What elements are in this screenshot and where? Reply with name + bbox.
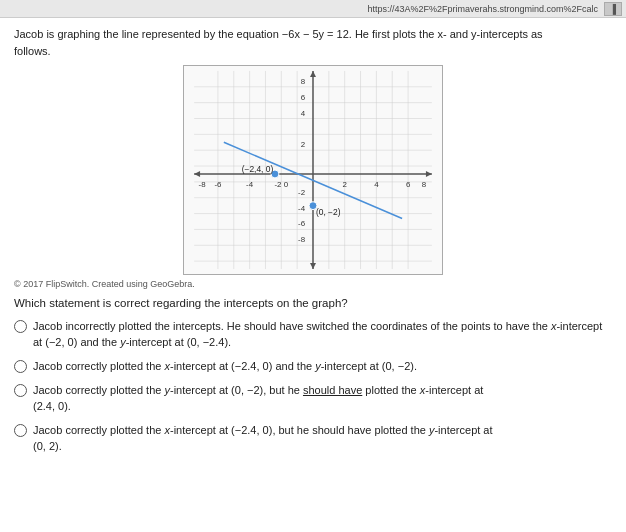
y-label-c: y xyxy=(164,384,170,396)
option-b-radio[interactable] xyxy=(14,360,27,373)
option-d-radio[interactable] xyxy=(14,424,27,437)
svg-text:-6: -6 xyxy=(298,219,306,228)
svg-text:(−2,4, 0): (−2,4, 0) xyxy=(242,164,274,174)
problem-text: Jacob is graphing the line represented b… xyxy=(14,26,574,59)
svg-text:4: 4 xyxy=(301,109,306,118)
option-c-text: Jacob correctly plotted the y-intercept … xyxy=(33,383,483,415)
x-label-b: x xyxy=(164,360,170,372)
svg-text:-4: -4 xyxy=(298,204,306,213)
option-c-row[interactable]: Jacob correctly plotted the y-intercept … xyxy=(14,383,612,415)
x-label-d: x xyxy=(164,424,170,436)
url-text: https://43A%2F%2Fprimaverahs.strongmind.… xyxy=(367,4,598,14)
option-c-radio[interactable] xyxy=(14,384,27,397)
should-have-text: should have xyxy=(303,384,362,396)
main-content: Jacob is graphing the line represented b… xyxy=(0,18,626,467)
option-b-text: Jacob correctly plotted the x-intercept … xyxy=(33,359,417,375)
svg-text:8: 8 xyxy=(422,180,427,189)
x-label-c: x xyxy=(420,384,426,396)
x-label-a: x xyxy=(551,320,557,332)
svg-text:6: 6 xyxy=(301,93,306,102)
options-container: Jacob incorrectly plotted the intercepts… xyxy=(14,319,612,455)
svg-text:-8: -8 xyxy=(199,180,207,189)
svg-text:4: 4 xyxy=(374,180,379,189)
svg-text:-6: -6 xyxy=(214,180,222,189)
option-a-text: Jacob incorrectly plotted the intercepts… xyxy=(33,319,612,351)
y-label-b: y xyxy=(315,360,321,372)
svg-text:-4: -4 xyxy=(246,180,254,189)
y-label-a: y xyxy=(120,336,126,348)
svg-text:-2: -2 xyxy=(298,188,305,197)
svg-text:-8: -8 xyxy=(298,235,306,244)
browser-topbar: https://43A%2F%2Fprimaverahs.strongmind.… xyxy=(0,0,626,18)
option-d-text: Jacob correctly plotted the x-intercept … xyxy=(33,423,493,455)
question-text: Which statement is correct regarding the… xyxy=(14,295,612,311)
option-a-row[interactable]: Jacob incorrectly plotted the intercepts… xyxy=(14,319,612,351)
graph-container: -6 -4 -2 0 2 4 6 8 -8 8 6 4 2 -2 -4 -6 -… xyxy=(183,65,443,275)
svg-text:(0, −2): (0, −2) xyxy=(316,207,341,217)
copyright-text: © 2017 FlipSwitch. Created using GeoGebr… xyxy=(14,279,612,289)
svg-text:-2 0: -2 0 xyxy=(274,180,288,189)
svg-text:2: 2 xyxy=(301,140,305,149)
option-b-row[interactable]: Jacob correctly plotted the x-intercept … xyxy=(14,359,612,375)
option-a-radio[interactable] xyxy=(14,320,27,333)
option-d-row[interactable]: Jacob correctly plotted the x-intercept … xyxy=(14,423,612,455)
svg-text:2: 2 xyxy=(342,180,346,189)
svg-text:8: 8 xyxy=(301,77,306,86)
y-label-d: y xyxy=(429,424,435,436)
graph-area: -6 -4 -2 0 2 4 6 8 -8 8 6 4 2 -2 -4 -6 -… xyxy=(14,65,612,275)
svg-text:6: 6 xyxy=(406,180,411,189)
scroll-thumb[interactable]: ▐ xyxy=(604,2,622,16)
